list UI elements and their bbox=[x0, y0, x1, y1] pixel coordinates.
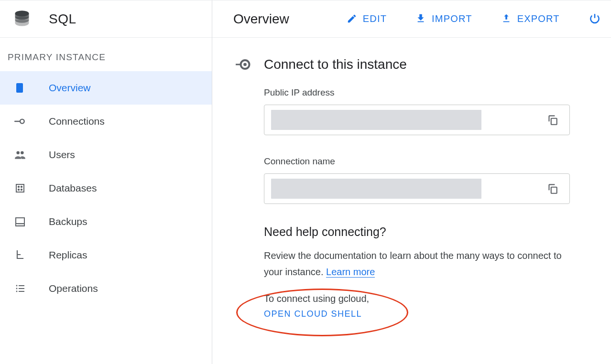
open-cloud-shell-button[interactable]: OPEN CLOUD SHELL bbox=[264, 309, 369, 319]
section-label: PRIMARY INSTANCE bbox=[0, 38, 212, 71]
connections-icon bbox=[13, 115, 27, 128]
nav-label: Replicas bbox=[49, 249, 87, 261]
nav-label: Users bbox=[49, 149, 75, 161]
copy-ip-button[interactable] bbox=[546, 114, 559, 126]
restart-button[interactable] bbox=[589, 13, 601, 25]
replicas-icon bbox=[13, 248, 27, 262]
sidebar-item-users[interactable]: Users bbox=[0, 138, 212, 171]
svg-point-5 bbox=[18, 186, 19, 187]
databases-icon bbox=[13, 182, 27, 195]
svg-point-15 bbox=[16, 288, 18, 289]
public-ip-value-redacted bbox=[271, 110, 481, 130]
svg-rect-14 bbox=[19, 285, 24, 286]
export-icon bbox=[501, 13, 513, 25]
svg-rect-22 bbox=[551, 187, 557, 193]
svg-point-8 bbox=[21, 189, 22, 190]
sidebar-nav: Overview Connections Users Databases bbox=[0, 71, 212, 305]
sidebar-item-operations[interactable]: Operations bbox=[0, 272, 212, 305]
export-button[interactable]: EXPORT bbox=[501, 13, 560, 25]
gcloud-block: To connect using gcloud, OPEN CLOUD SHEL… bbox=[264, 293, 369, 319]
sidebar-item-connections[interactable]: Connections bbox=[0, 105, 212, 138]
users-icon bbox=[13, 148, 27, 161]
sidebar-item-databases[interactable]: Databases bbox=[0, 171, 212, 205]
overview-icon bbox=[13, 81, 27, 95]
nav-label: Backups bbox=[49, 216, 87, 227]
svg-rect-18 bbox=[19, 291, 24, 292]
button-label: EXPORT bbox=[517, 13, 560, 24]
svg-point-6 bbox=[21, 186, 22, 187]
nav-label: Databases bbox=[49, 182, 97, 194]
import-icon bbox=[415, 13, 427, 25]
import-button[interactable]: IMPORT bbox=[415, 13, 472, 25]
button-label: EDIT bbox=[363, 13, 387, 24]
svg-rect-4 bbox=[16, 184, 24, 192]
product-title: SQL bbox=[49, 11, 76, 27]
edit-icon bbox=[347, 13, 358, 25]
svg-point-17 bbox=[16, 291, 18, 292]
edit-button[interactable]: EDIT bbox=[347, 13, 387, 25]
svg-point-2 bbox=[16, 151, 20, 154]
svg-point-13 bbox=[16, 285, 18, 287]
main: Overview EDIT IMPORT EXPORT bbox=[212, 0, 611, 364]
connection-name-value-redacted bbox=[271, 179, 481, 199]
toolbar: Overview EDIT IMPORT EXPORT bbox=[212, 0, 611, 38]
copy-connection-button[interactable] bbox=[546, 182, 559, 195]
connection-name-field[interactable] bbox=[264, 173, 570, 204]
sidebar: SQL PRIMARY INSTANCE Overview Connection… bbox=[0, 0, 212, 364]
svg-point-7 bbox=[18, 189, 19, 190]
field-label-ip: Public IP address bbox=[264, 87, 590, 98]
field-label-conn: Connection name bbox=[264, 156, 590, 167]
svg-point-20 bbox=[243, 63, 247, 66]
sidebar-header: SQL bbox=[0, 0, 212, 38]
operations-icon bbox=[13, 282, 27, 295]
card-title: Connect to this instance bbox=[264, 57, 407, 72]
page-title: Overview bbox=[233, 11, 289, 27]
svg-rect-9 bbox=[16, 218, 24, 224]
help-text: Review the documentation to learn about … bbox=[264, 247, 570, 280]
sql-logo-icon bbox=[12, 10, 32, 29]
nav-label: Overview bbox=[49, 82, 91, 94]
svg-point-3 bbox=[21, 151, 24, 154]
backups-icon bbox=[13, 215, 27, 228]
sidebar-item-replicas[interactable]: Replicas bbox=[0, 238, 212, 272]
svg-rect-16 bbox=[19, 288, 24, 289]
svg-rect-21 bbox=[551, 118, 557, 125]
public-ip-field[interactable] bbox=[264, 105, 570, 135]
nav-label: Connections bbox=[49, 116, 105, 127]
button-label: IMPORT bbox=[432, 13, 472, 24]
learn-more-link[interactable]: Learn more bbox=[326, 267, 375, 278]
help-text-prefix: Review the documentation to learn about … bbox=[264, 250, 562, 277]
nav-label: Operations bbox=[49, 283, 98, 294]
connect-icon bbox=[233, 55, 252, 74]
sidebar-item-overview[interactable]: Overview bbox=[0, 71, 212, 105]
connect-card: Connect to this instance Public IP addre… bbox=[233, 55, 590, 319]
help-title: Need help connecting? bbox=[264, 225, 590, 239]
sidebar-item-backups[interactable]: Backups bbox=[0, 205, 212, 238]
gcloud-connect-text: To connect using gcloud, bbox=[264, 293, 369, 304]
